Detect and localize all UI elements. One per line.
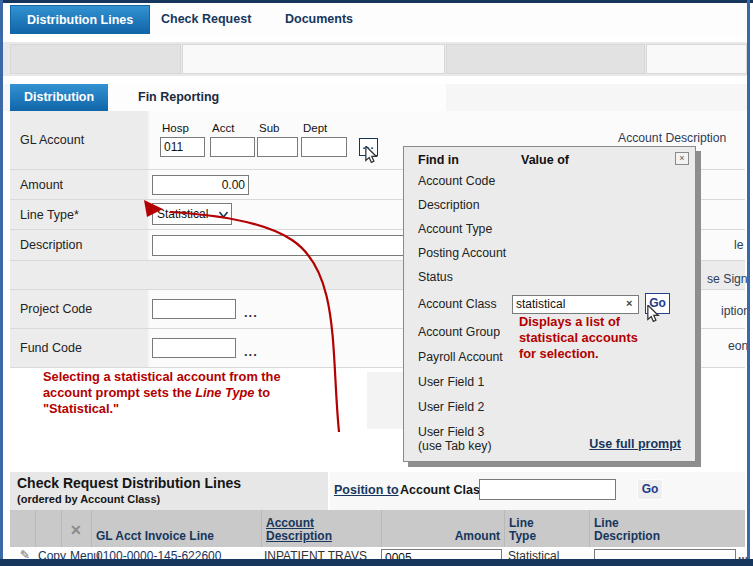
right-label-fragment: se Sign	[707, 272, 748, 286]
position-to-link[interactable]: Position to	[334, 483, 399, 497]
toolbar-segment	[646, 44, 747, 74]
delete-all-icon[interactable]: ✕	[70, 522, 82, 538]
line-type-value: Statistical	[157, 207, 208, 221]
popup-value-of-header: Value of	[521, 153, 569, 167]
position-to-input[interactable]	[479, 479, 616, 500]
window-border-bottom	[0, 559, 753, 566]
account-description-sort-link[interactable]: Account Description	[266, 517, 356, 543]
toolbar-segment	[10, 44, 181, 74]
sub-label: Sub	[259, 122, 279, 134]
line-type-label-cell: Line Type*	[10, 200, 150, 229]
use-full-prompt-link[interactable]: Use full prompt	[589, 437, 681, 451]
annotation-line: Selecting a statistical account from the	[43, 369, 343, 385]
right-label-fragment: iption	[721, 304, 750, 318]
line-type-annotation: Selecting a statistical account from the…	[43, 369, 343, 417]
chevron-down-icon	[219, 211, 227, 219]
gl-acct-header: GL Acct Invoice Line	[96, 530, 214, 543]
toolbar-segment	[182, 44, 445, 74]
gl-account-label: GL Account	[20, 133, 84, 147]
find-field-account-type[interactable]: Account Type	[418, 222, 492, 236]
line-type-select[interactable]: Statistical	[152, 203, 232, 225]
lines-section-header: Check Request Distribution Lines (ordere…	[10, 472, 328, 510]
window-border-right	[747, 0, 750, 566]
project-code-input[interactable]	[152, 299, 236, 319]
find-field-account-code[interactable]: Account Code	[418, 174, 495, 188]
use-tab-key-hint: (use Tab key)	[418, 439, 492, 453]
account-description-label: Account Description	[618, 131, 726, 145]
close-icon[interactable]: ×	[675, 152, 689, 165]
hosp-label: Hosp	[162, 122, 189, 134]
annotation-line: "Statistical."	[43, 401, 343, 417]
sub-tab-bar: Distribution Fin Reporting	[3, 84, 747, 111]
header-cell-gl-acct: GL Acct Invoice Line	[92, 510, 262, 547]
gl-account-label-cell: GL Account	[10, 111, 150, 169]
find-in-popup: Find in Value of × Account Code Descript…	[403, 146, 696, 462]
popup-annotation: Displays a list of statistical accounts …	[519, 314, 638, 362]
subtab-distribution[interactable]: Distribution	[10, 84, 108, 111]
fund-code-input[interactable]	[152, 338, 236, 358]
dept-input[interactable]	[301, 137, 347, 157]
find-field-description[interactable]: Description	[418, 198, 480, 212]
header-cell-empty	[36, 510, 62, 547]
lines-section-title: Check Request Distribution Lines	[17, 475, 241, 491]
find-field-posting-account[interactable]: Posting Account	[418, 246, 506, 260]
header-cell-account-description: Account Description	[262, 510, 382, 547]
sub-input[interactable]	[257, 137, 298, 157]
tab-documents[interactable]: Documents	[285, 5, 353, 34]
lines-table-header: ✕ GL Acct Invoice Line Account Descripti…	[10, 510, 745, 547]
header-cell-delete: ✕	[62, 510, 92, 547]
window-border-top	[0, 0, 753, 3]
find-field-account-class[interactable]: Account Class	[418, 297, 497, 311]
amount-label: Amount	[20, 178, 63, 192]
annotation-line: account prompt sets the Line Type to	[43, 385, 343, 401]
amount-input[interactable]: 0.00	[152, 175, 249, 195]
position-field-label: Account Class	[400, 483, 487, 497]
find-field-user-field-3[interactable]: User Field 3	[418, 425, 484, 439]
dept-label: Dept	[303, 122, 327, 134]
cursor-icon	[364, 146, 379, 163]
subtab-fin-reporting[interactable]: Fin Reporting	[138, 84, 219, 111]
amount-header: Amount	[455, 530, 500, 543]
lines-section-subtitle: (ordered by Account Class)	[17, 493, 160, 505]
application-window: Distribution Lines Check Request Documen…	[0, 0, 753, 566]
popup-find-in-header: Find in	[418, 153, 459, 167]
account-class-input[interactable]: statistical	[512, 295, 639, 314]
window-border-left	[0, 0, 3, 566]
toolbar-segment	[446, 44, 645, 74]
header-cell-amount: Amount	[382, 510, 505, 547]
find-field-status[interactable]: Status	[418, 270, 453, 284]
tab-distribution-lines[interactable]: Distribution Lines	[10, 5, 150, 34]
line-type-label: Line Type*	[20, 208, 79, 222]
project-code-label: Project Code	[20, 302, 92, 316]
project-code-label-cell: Project Code	[10, 290, 150, 328]
position-go-button[interactable]: Go	[637, 479, 663, 500]
acct-label: Acct	[212, 122, 234, 134]
toolbar-band	[3, 42, 747, 76]
amount-label-cell: Amount	[10, 170, 150, 199]
description-label-cell: Description	[10, 230, 150, 260]
header-cell-empty	[10, 510, 36, 547]
find-field-user-field-2[interactable]: User Field 2	[418, 400, 484, 414]
line-description-header: Line Description	[594, 517, 664, 543]
find-field-payroll-account[interactable]: Payroll Account	[418, 350, 503, 364]
background-block	[367, 372, 403, 429]
line-type-header: Line Type	[509, 517, 549, 543]
find-field-account-group[interactable]: Account Group	[418, 325, 500, 339]
position-to-bar: Position to Account Class Go	[330, 472, 745, 510]
right-label-fragment: le	[734, 238, 744, 252]
hosp-input[interactable]: 011	[160, 137, 205, 157]
cursor-icon	[646, 305, 661, 322]
find-field-user-field-1[interactable]: User Field 1	[418, 375, 484, 389]
right-label-fragment: eon	[728, 339, 748, 353]
fund-code-label: Fund Code	[20, 341, 82, 355]
description-label: Description	[20, 238, 83, 252]
fund-code-label-cell: Fund Code	[10, 329, 150, 367]
header-cell-line-type: Line Type	[505, 510, 590, 547]
clear-input-icon[interactable]: ×	[626, 297, 632, 309]
main-tab-bar: Distribution Lines Check Request Documen…	[3, 3, 747, 35]
header-cell-line-description: Line Description	[590, 510, 745, 547]
tab-check-request[interactable]: Check Request	[161, 5, 251, 34]
project-code-prompt-link[interactable]: ...	[244, 310, 258, 316]
fund-code-prompt-link[interactable]: ...	[244, 349, 258, 355]
acct-input[interactable]	[210, 137, 255, 157]
